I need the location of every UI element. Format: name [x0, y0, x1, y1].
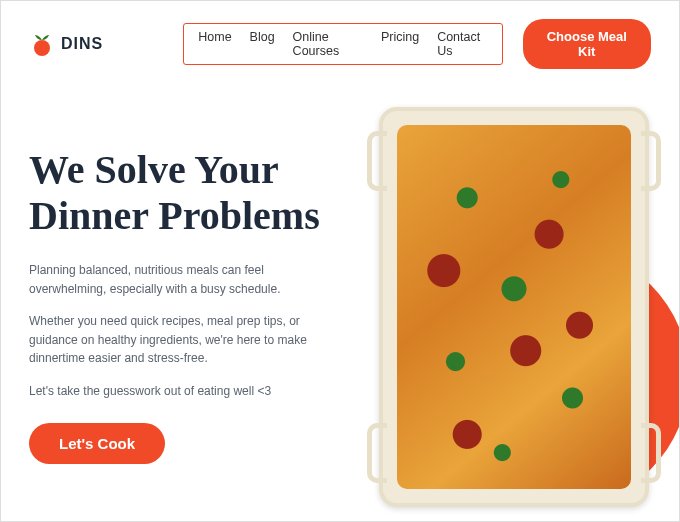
hero-copy: We Solve Your Dinner Problems Planning b…	[29, 117, 369, 464]
dish-handle	[641, 423, 661, 483]
nav-online-courses[interactable]: Online Courses	[293, 30, 363, 58]
lets-cook-button[interactable]: Let's Cook	[29, 423, 165, 464]
hero-section: We Solve Your Dinner Problems Planning b…	[1, 117, 679, 464]
nav-contact-us[interactable]: Contact Us	[437, 30, 487, 58]
dish-handle	[641, 131, 661, 191]
nav-blog[interactable]: Blog	[250, 30, 275, 58]
brand-name: DINS	[61, 35, 103, 53]
dish-handle	[367, 423, 387, 483]
hero-heading: We Solve Your Dinner Problems	[29, 147, 369, 239]
main-nav: Home Blog Online Courses Pricing Contact…	[183, 23, 502, 65]
svg-point-0	[34, 40, 50, 56]
orange-icon	[29, 31, 55, 57]
site-header: DINS Home Blog Online Courses Pricing Co…	[1, 1, 679, 87]
hero-paragraph-3: Let's take the guesswork out of eating w…	[29, 382, 329, 401]
nav-home[interactable]: Home	[198, 30, 231, 58]
nav-pricing[interactable]: Pricing	[381, 30, 419, 58]
casserole-dish-icon	[379, 107, 649, 507]
hero-image	[369, 97, 669, 522]
choose-meal-kit-button[interactable]: Choose Meal Kit	[523, 19, 651, 69]
logo[interactable]: DINS	[29, 31, 103, 57]
hero-paragraph-1: Planning balanced, nutritious meals can …	[29, 261, 329, 298]
hero-paragraph-2: Whether you need quick recipes, meal pre…	[29, 312, 329, 368]
dish-handle	[367, 131, 387, 191]
